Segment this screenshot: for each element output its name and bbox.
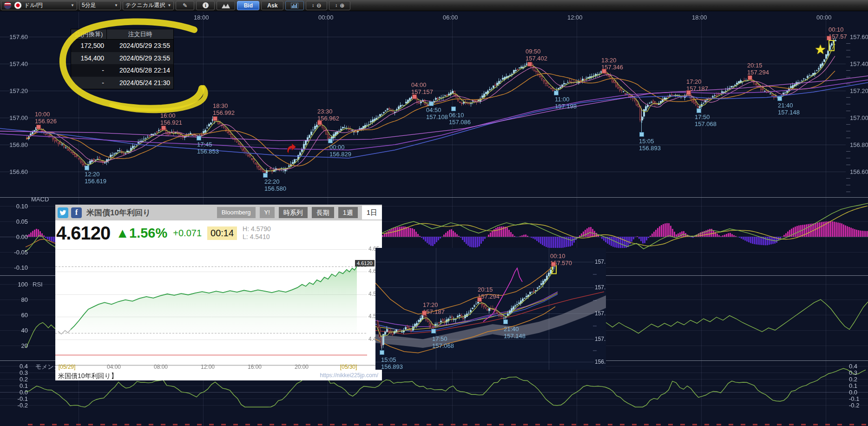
price-annotation: 10:00 156.926: [35, 111, 57, 125]
trading-app: ドル/円 ▼ 5分足 ▼ テクニカル選択 ▼ ✎ i Bid Ask ↕⊖ ↕⊕: [0, 0, 868, 426]
annotation-price: 156.921: [160, 119, 182, 126]
orders-table: 益(円換算) 注文日時 172,500 2024/05/29 23:55154,…: [71, 29, 174, 89]
table-row[interactable]: - 2024/05/28 22:14: [71, 64, 173, 77]
timeframe-select[interactable]: 5分足 ▼: [79, 1, 121, 10]
us10y-watermark: https://nikkei225jp.com/: [320, 372, 378, 379]
tab-time-series[interactable]: 時系列: [279, 207, 308, 218]
price-annotation: 17:50 157.068: [432, 335, 454, 349]
axis-label: 18:00: [194, 14, 209, 21]
bid-button[interactable]: Bid: [237, 1, 259, 10]
annotation-price: 157.086: [449, 119, 471, 126]
axis-label: 0.4: [7, 363, 28, 370]
annotation-price: 156.853: [197, 148, 219, 155]
facebook-share-button[interactable]: f: [71, 207, 82, 218]
price-annotation: 04:00 157.157: [411, 81, 433, 95]
macd-panel-title: MACD: [31, 196, 49, 203]
us10y-x-label: 16:00: [248, 364, 262, 370]
axis-label: 80: [7, 296, 28, 303]
axis-label: 0.05: [7, 218, 28, 225]
ask-button[interactable]: Ask: [261, 1, 283, 10]
us10y-change: +0.071: [173, 228, 202, 239]
toolbar: ドル/円 ▼ 5分足 ▼ テクニカル選択 ▼ ✎ i Bid Ask ↕⊖ ↕⊕: [0, 0, 868, 11]
orders-table-body: 172,500 2024/05/29 23:55154,400 2024/05/…: [71, 40, 173, 89]
volume-button[interactable]: [285, 1, 304, 10]
order-profit: -: [71, 64, 106, 77]
us-flag-icon: [4, 1, 12, 9]
technical-select-button[interactable]: テクニカル選択 ▼: [123, 1, 174, 10]
annotation-marker: [777, 96, 782, 101]
star-marker-icon: ★: [815, 42, 826, 57]
annotation-marker: [451, 106, 456, 111]
axis-label: 00:00: [318, 14, 334, 21]
inset-y-label: 157.: [595, 336, 605, 342]
annotation-time: 17:50: [695, 113, 717, 120]
price-annotation: 21:40 157.148: [504, 326, 526, 339]
orders-table-header: 益(円換算) 注文日時: [71, 29, 173, 40]
annotation-marker: [317, 120, 322, 125]
table-row[interactable]: - 2024/05/24 21:30: [71, 77, 173, 89]
price-annotation: 18:30 156.992: [213, 102, 235, 116]
us10y-chart-canvas[interactable]: [55, 246, 382, 366]
annotation-price: 157.294: [747, 69, 769, 76]
price-annotation: 16:00 156.921: [160, 112, 182, 126]
price-annotation: 22:20 156.580: [264, 178, 286, 192]
inset-y-label: 157.: [595, 284, 605, 291]
zoom-out-button[interactable]: ↕⊖: [306, 1, 327, 10]
currency-pair-select[interactable]: ドル/円 ▼: [1, 1, 77, 10]
axis-label: 0.10: [7, 203, 28, 210]
annotation-time: 21:40: [504, 326, 526, 333]
tab-1-week[interactable]: 1週: [338, 207, 358, 218]
axis-label: 06:00: [443, 14, 458, 21]
annotation-marker: [639, 132, 644, 137]
us10y-quote-row: 4.6120 ▲1.56% +0.071 00:14 H: 4.5790 L: …: [55, 220, 382, 246]
inset-y-label: 157.: [595, 259, 605, 265]
axis-label: 157.40: [850, 60, 868, 67]
price-annotation: 17:50 157.068: [695, 113, 717, 127]
axis-label: 0.00: [7, 233, 28, 240]
axis-label: -0.10: [7, 264, 28, 271]
tab-long-term[interactable]: 長期: [312, 207, 334, 218]
draw-pencil-button[interactable]: ✎: [176, 1, 194, 10]
us10y-high-low: H: 4.5790 L: 4.5410: [243, 225, 271, 241]
histogram-icon: [291, 3, 298, 8]
chevron-down-icon: ▼: [114, 3, 118, 7]
annotation-marker: [551, 262, 556, 266]
price-annotation: 20:15 157.294: [747, 62, 769, 76]
axis-label: 0.1: [849, 382, 868, 389]
order-datetime: 2024/05/29 23:55: [106, 40, 173, 52]
annotation-marker: [85, 166, 89, 170]
axis-label: 0.2: [849, 376, 868, 383]
tab-1-day[interactable]: 1日: [362, 206, 382, 220]
annotation-time: 20:15: [478, 286, 500, 293]
price-annotation: 11:00 157.198: [555, 96, 577, 110]
annotation-time: 17:20: [423, 301, 445, 308]
yahoo-button[interactable]: Y!: [260, 207, 275, 218]
chevron-down-icon: ▼: [167, 3, 171, 7]
axis-label: -0.1: [7, 395, 28, 402]
table-row[interactable]: 154,400 2024/05/29 23:55: [71, 52, 173, 65]
axis-label: 0.3: [849, 369, 868, 376]
bloomberg-button[interactable]: Bloomberg: [217, 207, 256, 218]
chart-style-button[interactable]: [217, 1, 235, 10]
axis-label: -0.2: [7, 402, 28, 409]
table-row[interactable]: 172,500 2024/05/29 23:55: [71, 40, 173, 52]
annotation-marker: [429, 101, 434, 106]
annotation-time: 06:10: [449, 112, 471, 119]
axis-label: -0.2: [849, 402, 868, 409]
axis-label: 100: [7, 281, 28, 288]
twitter-share-button[interactable]: [58, 207, 68, 218]
twitter-bird-icon: [59, 210, 66, 216]
axis-label: 0.3: [7, 369, 28, 376]
annotation-time: 11:00: [555, 96, 577, 103]
annotation-marker: [554, 91, 559, 95]
us10y-high: H: 4.5790: [243, 225, 271, 233]
annotation-time: 00:10: [829, 26, 847, 33]
info-button[interactable]: i: [196, 1, 215, 10]
annotation-time: 18:30: [213, 102, 235, 109]
pencil-icon: ✎: [183, 2, 187, 9]
zoom-in-button[interactable]: ↕⊕: [329, 1, 350, 10]
us10y-x-label: 04:00: [107, 364, 121, 370]
annotation-time: 16:00: [160, 112, 182, 119]
axis-label: 156.60: [7, 168, 28, 175]
price-annotation: 06:10 157.086: [449, 112, 471, 126]
